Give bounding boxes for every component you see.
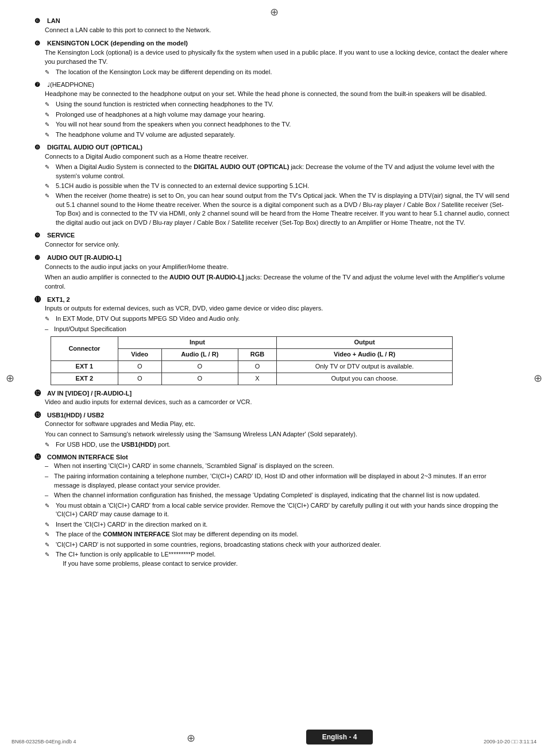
dash-ci-1: – When not inserting 'CI(CI+) CARD' in s…	[45, 462, 514, 471]
note-text-headphone-1: Using the sound function is restricted w…	[56, 100, 273, 109]
section-body-usb-1: Connector for software upgrades and Medi…	[45, 420, 514, 429]
note-text-headphone-3: You will not hear sound from the speaker…	[56, 120, 291, 129]
note-icon: ✎	[45, 551, 53, 559]
note-text-ci-1: You must obtain a 'CI(CI+) CARD' from a …	[56, 501, 514, 519]
page: ⊕ ⊕ ⊕ ❻ LAN Connect a LAN cable to this …	[0, 0, 548, 756]
note-ci-5: ✎ The CI+ function is only applicable to…	[45, 550, 514, 568]
note-ci-1: ✎ You must obtain a 'CI(CI+) CARD' from …	[45, 501, 514, 519]
section-num-6: ❻	[34, 17, 45, 25]
crosshair-right-icon: ⊕	[534, 372, 542, 385]
note-text-ci-5: The CI+ function is only applicable to L…	[56, 550, 238, 568]
table-cell-connector-1: EXT 1	[51, 361, 118, 373]
section-body-digital-audio: Connects to a Digital Audio component su…	[45, 153, 248, 160]
note-text-ci-2: Insert the 'CI(CI+) CARD' in the directi…	[56, 520, 207, 529]
dash-text-ci-1: When not inserting 'CI(CI+) CARD' in som…	[54, 462, 334, 470]
note-icon: ✎	[45, 521, 53, 529]
note-headphone-4: ✎ The headphone volume and TV volume are…	[45, 131, 514, 140]
table-header-input: Input	[118, 337, 276, 349]
section-title-service: SERVICE	[47, 232, 75, 239]
note-icon: ✎	[45, 182, 53, 191]
spec-table: Connector Input Output Video Audio (L / …	[51, 336, 453, 385]
section-body-audio-out-1: Connects to the audio input jacks on you…	[45, 263, 514, 272]
dash-icon: –	[45, 462, 51, 471]
note-ci-3: ✎ The place of the COMMON INTERFACE Slot…	[45, 530, 514, 539]
section-title-usb: USB1(HDD) / USB2	[47, 412, 104, 419]
table-cell-output-2: Output you can choose.	[277, 373, 453, 385]
note-icon: ✎	[45, 192, 53, 201]
section-title-common-interface: COMMON INTERFACE Slot	[47, 454, 128, 460]
section-body-audio-out-2: When an audio amplifier is connected to …	[45, 273, 514, 291]
note-ci-4: ✎ 'CI(CI+) CARD' is not supported in som…	[45, 540, 514, 550]
section-audio-out: ❿ AUDIO OUT [R-AUDIO-L] Connects to the …	[34, 254, 514, 291]
footer-center: English - 4	[306, 730, 373, 745]
dash-text-ci-3: When the channel information configurati…	[54, 491, 480, 500]
section-title-audio-out: AUDIO OUT [R-AUDIO-L]	[47, 254, 122, 261]
footer-right: 2009-10-20 □□ 3:11:14	[484, 739, 537, 745]
section-num-11: ⓫	[34, 296, 45, 303]
table-cell-video-1: O	[118, 361, 161, 373]
dash-ext-1: – Input/Output Specification	[45, 325, 514, 334]
section-body-usb-2: You can connect to Samsung's network wir…	[45, 430, 514, 439]
table-cell-connector-2: EXT 2	[51, 373, 118, 385]
section-body-ext: Inputs or outputs for external devices, …	[45, 304, 514, 313]
section-digital-audio: ❽ DIGITAL AUDIO OUT (OPTICAL) Connects t…	[34, 144, 514, 227]
note-digital-audio-2: ✎ 5.1CH audio is possible when the TV is…	[45, 182, 514, 191]
note-usb-1: ✎ For USB HDD, use the USB1(HDD) port.	[45, 440, 514, 450]
dash-ci-3: – When the channel information configura…	[45, 491, 514, 500]
dash-text-ext-1: Input/Output Specification	[54, 325, 126, 333]
note-digital-audio-3: ✎ When the receiver (home theatre) is se…	[45, 191, 514, 227]
note-icon: ✎	[45, 163, 53, 172]
note-icon: ✎	[45, 131, 53, 140]
note-ext-1: ✎ In EXT Mode, DTV Out supports MPEG SD …	[45, 314, 514, 324]
section-usb: ⓭ USB1(HDD) / USB2 Connector for softwar…	[34, 412, 514, 449]
section-body-lan: Connect a LAN cable to this port to conn…	[45, 26, 211, 33]
section-title-kensington: KENSINGTON LOCK (depending on the model)	[47, 40, 188, 47]
section-num-9: ❾	[34, 232, 45, 239]
note-text-ci-4: 'CI(CI+) CARD' is not supported in some …	[56, 540, 381, 549]
note-text-ext-1: In EXT Mode, DTV Out supports MPEG SD Vi…	[56, 314, 240, 323]
table-cell-video-2: O	[118, 373, 161, 385]
note-headphone-2: ✎ Prolonged use of headphones at a high …	[45, 110, 514, 120]
note-digital-audio-1: ✎ When a Digital Audio System is connect…	[45, 163, 514, 181]
note-icon: ✎	[45, 441, 53, 450]
note-ci-2: ✎ Insert the 'CI(CI+) CARD' in the direc…	[45, 520, 514, 529]
table-cell-rgb-2: X	[238, 373, 276, 385]
note-headphone-3: ✎ You will not hear sound from the speak…	[45, 120, 514, 129]
note-icon: ✎	[45, 121, 53, 129]
footer-left: BN68-02325B-04Eng.indb 4	[11, 739, 76, 745]
section-body-headphone: Headphone may be connected to the headph…	[45, 90, 487, 97]
section-kensington: ❻ KENSINGTON LOCK (depending on the mode…	[34, 40, 514, 76]
table-header-video: Video	[118, 349, 161, 361]
section-title-av-in: AV IN [VIDEO] / [R-AUDIO-L]	[47, 390, 132, 397]
note-icon: ✎	[45, 68, 53, 77]
table-header-connector: Connector	[51, 337, 118, 361]
crosshair-top-icon: ⊕	[270, 6, 279, 18]
note-kensington-1: ✎ The location of the Kensington Lock ma…	[45, 68, 514, 77]
note-text-kensington-1: The location of the Kensington Lock may …	[56, 68, 272, 76]
section-title-lan: LAN	[47, 17, 60, 24]
note-text-ci-3: The place of the COMMON INTERFACE Slot m…	[56, 530, 298, 539]
section-num-14: ⓮	[34, 454, 45, 460]
table-header-output: Output	[277, 337, 453, 349]
note-text-digital-audio-2: 5.1CH audio is possible when the TV is c…	[56, 182, 309, 190]
section-num-6b: ❻	[34, 40, 45, 47]
footer: BN68-02325B-04Eng.indb 4 ⊕ English - 4 2…	[0, 730, 548, 745]
table-cell-output-1: Only TV or DTV output is available.	[277, 361, 453, 373]
section-headphone: ❼ ♩(HEADPHONE) Headphone may be connecte…	[34, 81, 514, 139]
section-title-digital-audio: DIGITAL AUDIO OUT (OPTICAL)	[47, 144, 142, 151]
note-text-digital-audio-1: When a Digital Audio System is connected…	[56, 163, 514, 181]
dash-ci-2: – The pairing information containing a t…	[45, 472, 514, 490]
table-header-audio: Audio (L / R)	[161, 349, 238, 361]
table-row: EXT 1 O O O Only TV or DTV output is ava…	[51, 361, 453, 373]
table-cell-audio-1: O	[161, 361, 238, 373]
note-icon: ✎	[45, 111, 53, 120]
crosshair-bottom-icon: ⊕	[187, 732, 195, 745]
note-icon: ✎	[45, 502, 53, 511]
note-text-headphone-2: Prolonged use of headphones at a high vo…	[56, 110, 265, 119]
dash-text-ci-2: The pairing information containing a tel…	[54, 472, 514, 490]
section-body-kensington: The Kensington Lock (optional) is a devi…	[45, 49, 508, 65]
table-cell-rgb-1: O	[238, 361, 276, 373]
table-row: EXT 2 O O X Output you can choose.	[51, 373, 453, 385]
section-common-interface: ⓮ COMMON INTERFACE Slot – When not inser…	[34, 454, 514, 568]
note-text-digital-audio-3: When the receiver (home theatre) is set …	[56, 191, 514, 227]
